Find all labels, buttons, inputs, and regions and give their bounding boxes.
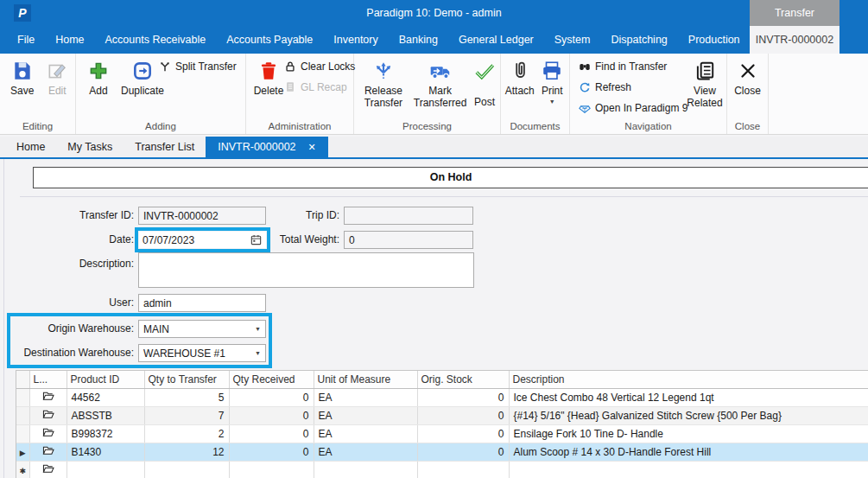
add-button[interactable]: Add: [81, 54, 116, 118]
col-header-qty-received[interactable]: Qty Received: [229, 371, 314, 388]
find-in-transfer-button[interactable]: Find in Transfer: [579, 61, 667, 73]
ribbon-tab-home[interactable]: Home: [45, 26, 94, 54]
col-header-unit-of-measure[interactable]: Unit of Measure: [314, 371, 417, 388]
post-button[interactable]: Post: [471, 54, 498, 118]
ribbon-tab-production[interactable]: Production: [678, 26, 751, 54]
table-row[interactable]: ABSSTB 7 0 EA 0 {#14} 5/16" {Head} Galva…: [16, 406, 868, 424]
origin-warehouse-dropdown[interactable]: MAIN ▼: [138, 320, 266, 338]
ribbon-tab-banking[interactable]: Banking: [389, 26, 448, 54]
ribbon-tab-file[interactable]: File: [7, 26, 45, 54]
cell-qty-to-transfer[interactable]: 2: [144, 424, 229, 443]
folder-icon[interactable]: [42, 391, 54, 401]
cell-uom[interactable]: [314, 461, 417, 478]
col-header-product-id[interactable]: Product ID: [67, 371, 144, 388]
date-field[interactable]: 07/07/2023: [139, 232, 266, 248]
ribbon-tab-inventory[interactable]: Inventory: [323, 26, 388, 54]
ribbon-tab-general-ledger[interactable]: General Ledger: [448, 26, 544, 54]
table-row[interactable]: 44562 5 0 EA 0 Ice Chest Combo 48 Vertic…: [16, 388, 868, 406]
cell-qty-received[interactable]: 0: [229, 424, 314, 443]
cell-qty-to-transfer[interactable]: 12: [144, 443, 229, 461]
cell-orig-stock[interactable]: 0: [417, 443, 509, 461]
line-items-grid: L... Product ID Qty to Transfer Qty Rece…: [16, 370, 868, 478]
trip-id-field[interactable]: [344, 207, 473, 225]
col-header-links[interactable]: L...: [29, 371, 67, 388]
user-field[interactable]: [138, 294, 266, 312]
release-transfer-button[interactable]: Release Transfer: [358, 54, 409, 118]
tab-home[interactable]: Home: [5, 137, 56, 157]
cell-qty-received[interactable]: 0: [229, 388, 314, 406]
cell-description[interactable]: {#14} 5/16" {Head} Galvanized Stitch Scr…: [509, 406, 868, 424]
clear-locks-button[interactable]: Clear Locks: [284, 61, 355, 73]
cell-qty-received[interactable]: 0: [229, 443, 314, 461]
gl-recap-button[interactable]: GL Recap: [284, 81, 347, 93]
cell-product-id[interactable]: 44562: [67, 388, 144, 406]
ribbon-tab-accounts-receivable[interactable]: Accounts Receivable: [95, 26, 217, 54]
cell-orig-stock[interactable]: 0: [417, 388, 509, 406]
col-header-orig-stock[interactable]: Orig. Stock: [417, 371, 509, 388]
total-weight-field[interactable]: [344, 231, 473, 249]
tab-transfer-list[interactable]: Transfer List: [124, 137, 206, 157]
open-in-paradigm9-button[interactable]: Open In Paradigm 9: [579, 102, 687, 114]
cell-uom[interactable]: EA: [314, 388, 417, 406]
ribbon-tab-bar: File Home Accounts Receivable Accounts P…: [0, 26, 868, 54]
mark-transferred-button[interactable]: Mark Transferred: [409, 54, 471, 118]
print-button[interactable]: Print ▼: [536, 54, 567, 118]
ribbon-tab-invtr-0000002[interactable]: INVTR-0000002: [750, 26, 839, 54]
col-header-qty-to-transfer[interactable]: Qty to Transfer: [144, 371, 229, 388]
cell-orig-stock[interactable]: 0: [417, 406, 509, 424]
edit-icon: [46, 58, 68, 84]
close-button[interactable]: Close: [729, 54, 766, 118]
split-transfer-button[interactable]: Split Transfer: [159, 61, 237, 73]
cell-product-id[interactable]: B1430: [67, 443, 144, 461]
attach-button[interactable]: Attach: [503, 54, 536, 118]
delete-button[interactable]: Delete: [250, 54, 288, 118]
view-related-button[interactable]: View Related: [684, 54, 725, 110]
cell-orig-stock[interactable]: [417, 461, 509, 478]
cell-product-id[interactable]: ABSSTB: [67, 406, 144, 424]
table-row-selected[interactable]: ▶ B1430 12 0 EA 0 Alum Scoop # 14 x 30 D…: [16, 443, 868, 461]
refresh-button[interactable]: Refresh: [579, 81, 631, 93]
table-row-new[interactable]: ✱: [16, 461, 868, 478]
cell-qty-to-transfer[interactable]: 7: [144, 406, 229, 424]
destination-warehouse-chevron-down-icon[interactable]: ▼: [255, 351, 261, 356]
duplicate-label: Duplicate: [121, 86, 164, 98]
cell-uom[interactable]: EA: [314, 406, 417, 424]
binoculars-icon: [579, 61, 591, 73]
cell-qty-received[interactable]: 0: [229, 406, 314, 424]
description-label: Description:: [0, 255, 134, 273]
folder-icon[interactable]: [42, 427, 54, 437]
user-label: User:: [0, 294, 134, 312]
tab-invtr-0000002[interactable]: INVTR-0000002 ✕: [206, 137, 328, 157]
col-header-description[interactable]: Description: [509, 371, 868, 388]
tab-close-icon[interactable]: ✕: [308, 137, 316, 157]
folder-icon[interactable]: [42, 409, 54, 419]
title-bar: P Paradigm 10: Demo - admin Transfer: [0, 0, 868, 26]
cell-product-id[interactable]: B998372: [67, 424, 144, 443]
cell-orig-stock[interactable]: 0: [417, 424, 509, 443]
folder-icon[interactable]: [42, 463, 54, 474]
transfer-id-field[interactable]: [138, 207, 266, 225]
cell-qty-to-transfer[interactable]: [144, 461, 229, 478]
edit-button[interactable]: Edit: [41, 54, 73, 118]
cell-description[interactable]: Alum Scoop # 14 x 30 D-Handle Forest Hil…: [509, 443, 868, 461]
cell-product-id[interactable]: [67, 461, 144, 478]
ribbon-tab-system[interactable]: System: [544, 26, 601, 54]
folder-icon[interactable]: [42, 445, 54, 456]
cell-qty-to-transfer[interactable]: 5: [144, 388, 229, 406]
ribbon-tab-dispatching[interactable]: Dispatching: [600, 26, 677, 54]
grid-header-row: L... Product ID Qty to Transfer Qty Rece…: [16, 371, 868, 388]
cell-uom[interactable]: EA: [314, 443, 417, 461]
tab-my-tasks[interactable]: My Tasks: [56, 137, 124, 157]
cell-description[interactable]: Ensilage Fork 10 Tine D- Handle: [509, 424, 868, 443]
table-row[interactable]: B998372 2 0 EA 0 Ensilage Fork 10 Tine D…: [16, 424, 868, 443]
save-button[interactable]: Save: [3, 54, 41, 118]
cell-qty-received[interactable]: [229, 461, 314, 478]
description-field[interactable]: [138, 252, 474, 288]
cell-description[interactable]: [509, 461, 868, 478]
print-dropdown-icon[interactable]: ▼: [549, 99, 555, 105]
origin-warehouse-chevron-down-icon[interactable]: ▼: [255, 327, 261, 332]
destination-warehouse-dropdown[interactable]: WAREHOUSE #1 ▼: [138, 344, 266, 362]
cell-uom[interactable]: EA: [314, 424, 417, 443]
cell-description[interactable]: Ice Chest Combo 48 Vertical 12 Legend 1q…: [509, 388, 868, 406]
ribbon-tab-accounts-payable[interactable]: Accounts Payable: [216, 26, 323, 54]
